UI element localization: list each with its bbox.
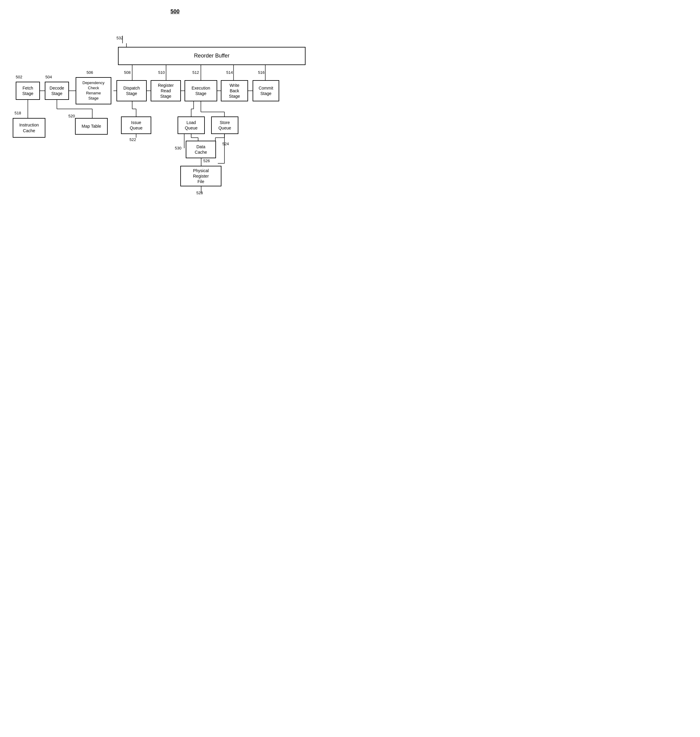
dependency-check-label: DependencyCheckRenameStage: [82, 81, 105, 101]
load-queue-label: LoadQueue: [185, 120, 197, 131]
data-cache-label: DataCache: [195, 144, 207, 155]
commit-stage-box: CommitStage: [253, 80, 279, 102]
label-516: 516: [258, 70, 265, 75]
commit-stage-label: CommitStage: [259, 85, 273, 96]
data-cache-box: DataCache: [186, 141, 216, 158]
label-514: 514: [226, 70, 233, 75]
label-518: 518: [15, 111, 21, 115]
map-table-label: Map Table: [82, 124, 101, 129]
label-530: 530: [175, 146, 181, 150]
dispatch-stage-label: DispatchStage: [124, 85, 140, 96]
instruction-cache-label: InstructionCache: [19, 122, 39, 133]
label-520: 520: [68, 114, 75, 118]
decode-stage-label: DecodeStage: [50, 85, 64, 96]
issue-queue-box: IssueQueue: [121, 116, 151, 134]
fetch-stage-box: FetchStage: [16, 82, 40, 100]
instruction-cache-box: InstructionCache: [13, 118, 46, 138]
dependency-check-box: DependencyCheckRenameStage: [76, 77, 111, 104]
reorder-buffer-box: Reorder Buffer: [118, 47, 306, 65]
label-528: 528: [196, 191, 203, 195]
label-512: 512: [193, 70, 199, 75]
execution-stage-label: ExecutionStage: [191, 85, 210, 96]
execution-stage-box: ExecutionStage: [185, 80, 217, 102]
register-read-label: RegisterReadStage: [158, 82, 174, 99]
figure-number: 500: [170, 9, 179, 15]
label-504: 504: [46, 75, 52, 79]
load-queue-box: LoadQueue: [178, 116, 205, 134]
issue-queue-label: IssueQueue: [130, 120, 143, 131]
dispatch-stage-box: DispatchStage: [116, 80, 147, 102]
label-526: 526: [203, 159, 210, 163]
register-read-box: RegisterReadStage: [151, 80, 181, 102]
label-524: 524: [222, 141, 229, 146]
label-506: 506: [87, 70, 93, 75]
physical-register-label: PhysicalRegisterFile: [193, 168, 209, 185]
reorder-buffer-label: Reorder Buffer: [194, 52, 229, 59]
diagram-container: 500: [0, 0, 350, 369]
fetch-stage-label: FetchStage: [22, 85, 34, 96]
label-522: 522: [129, 137, 136, 142]
map-table-box: Map Table: [75, 118, 108, 135]
label-510: 510: [158, 70, 165, 75]
store-queue-box: StoreQueue: [211, 116, 238, 134]
decode-stage-box: DecodeStage: [45, 82, 69, 100]
label-502: 502: [16, 75, 22, 79]
label-532: 532: [116, 36, 123, 40]
write-back-box: WriteBackStage: [221, 80, 248, 102]
write-back-label: WriteBackStage: [229, 82, 240, 99]
store-queue-label: StoreQueue: [218, 120, 231, 131]
physical-register-box: PhysicalRegisterFile: [180, 166, 221, 186]
label-508: 508: [124, 70, 131, 75]
